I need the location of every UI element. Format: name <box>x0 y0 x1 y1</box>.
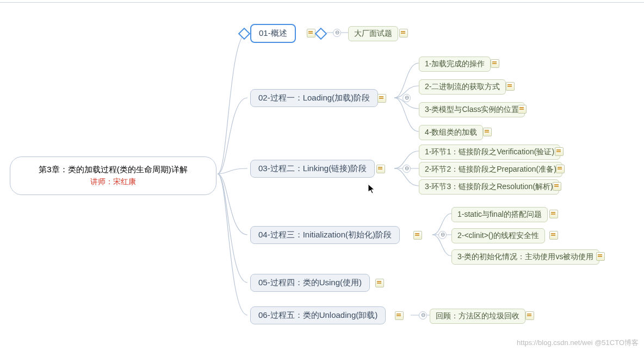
leaf-node[interactable]: 3-类模型与Class实例的位置 <box>419 102 525 117</box>
leaf-node[interactable]: 3-环节3：链接阶段之Resolution(解析) <box>419 179 559 195</box>
note-icon[interactable] <box>518 105 527 114</box>
note-icon[interactable] <box>549 210 558 218</box>
leaf-node[interactable]: 1-static与final的搭配问题 <box>451 207 548 222</box>
leaf-node[interactable]: 2-环节2：链接阶段之Preparation(准备) <box>419 162 562 177</box>
note-icon[interactable] <box>556 165 565 173</box>
window-top-border <box>0 0 644 3</box>
leaf-node[interactable]: 1-环节1：链接阶段之Verification(验证) <box>419 145 560 160</box>
note-icon[interactable] <box>555 147 564 156</box>
leaf-node[interactable]: 回顾：方法区的垃圾回收 <box>430 309 525 324</box>
note-icon[interactable] <box>399 29 408 37</box>
leaf-node[interactable]: 1-加载完成的操作 <box>419 57 491 72</box>
note-icon[interactable] <box>525 311 534 320</box>
topic-03[interactable]: 03-过程二：Linking(链接)阶段 <box>250 160 375 178</box>
leaf-node[interactable]: 3-类的初始化情况：主动使用vs被动使用 <box>451 249 599 265</box>
collapse-toggle[interactable]: ⊖ <box>438 231 447 239</box>
note-icon[interactable] <box>376 165 385 173</box>
leaf-node[interactable]: 大厂面试题 <box>348 26 398 41</box>
selection-handle-left[interactable] <box>238 28 251 40</box>
note-icon[interactable] <box>377 94 386 103</box>
note-icon[interactable] <box>553 182 561 191</box>
note-icon[interactable] <box>483 128 492 136</box>
note-icon[interactable] <box>506 82 515 91</box>
note-icon[interactable] <box>549 231 558 240</box>
root-node[interactable]: 第3章：类的加载过程(类的生命周期)详解 讲师：宋红康 <box>10 156 216 195</box>
note-icon[interactable] <box>307 29 315 37</box>
leaf-node[interactable]: 4-数组类的加载 <box>419 125 483 140</box>
topic-05[interactable]: 05-过程四：类的Using(使用) <box>250 274 370 292</box>
note-icon[interactable] <box>395 311 404 320</box>
mouse-cursor-icon <box>368 184 375 195</box>
topic-02[interactable]: 02-过程一：Loading(加载)阶段 <box>250 89 378 107</box>
collapse-toggle[interactable]: ⊖ <box>419 311 427 319</box>
topic-01[interactable]: 01-概述 <box>250 24 296 43</box>
root-subtitle: 讲师：宋红康 <box>39 177 187 187</box>
collapse-toggle[interactable]: ⊖ <box>403 165 411 173</box>
root-title: 第3章：类的加载过程(类的生命周期)详解 <box>39 165 187 175</box>
collapse-toggle[interactable]: ⊖ <box>403 94 411 102</box>
note-icon[interactable] <box>596 252 605 261</box>
selection-handle-right[interactable] <box>315 28 327 40</box>
watermark-text: https://blog.csdn.net/wei @51CTO博客 <box>517 338 639 348</box>
topic-06[interactable]: 06-过程五：类的Unloading(卸载) <box>250 306 386 324</box>
topic-04[interactable]: 04-过程三：Initialization(初始化)阶段 <box>250 226 400 244</box>
leaf-node[interactable]: 2-二进制流的获取方式 <box>419 79 506 95</box>
note-icon[interactable] <box>413 231 422 240</box>
leaf-node[interactable]: 2-<clinit>()的线程安全性 <box>451 228 545 243</box>
note-icon[interactable] <box>375 279 384 287</box>
note-icon[interactable] <box>491 59 499 68</box>
collapse-toggle[interactable]: ⊖ <box>333 29 341 37</box>
